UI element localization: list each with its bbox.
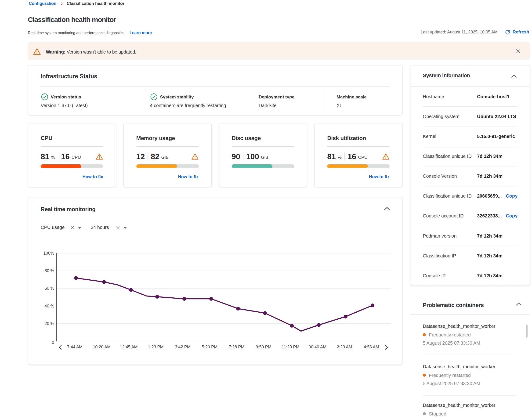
svg-text:12:45 AM: 12:45 AM [120,345,138,349]
svg-text:2:23 AM: 2:23 AM [337,345,352,349]
svg-text:1:23 PM: 1:23 PM [148,345,163,349]
svg-text:0: 0 [52,340,54,345]
svg-text:60 %: 60 % [44,286,54,291]
svg-text:40 %: 40 % [44,304,54,308]
svg-text:80 %: 80 % [44,268,54,273]
svg-text:3:42 PM: 3:42 PM [175,345,191,349]
svg-text:00:40 AM: 00:40 AM [309,345,326,349]
svg-text:7:28 PM: 7:28 PM [229,345,244,349]
svg-text:100%: 100% [43,251,54,256]
svg-text:10:20 AM: 10:20 AM [93,345,111,349]
svg-text:7:44 AM: 7:44 AM [67,345,82,349]
svg-text:11:23 PM: 11:23 PM [282,345,300,349]
svg-text:20 %: 20 % [44,321,54,326]
svg-text:5:20 PM: 5:20 PM [202,345,217,349]
svg-text:4:56 AM: 4:56 AM [364,345,379,349]
svg-text:9:50 PM: 9:50 PM [256,345,271,349]
